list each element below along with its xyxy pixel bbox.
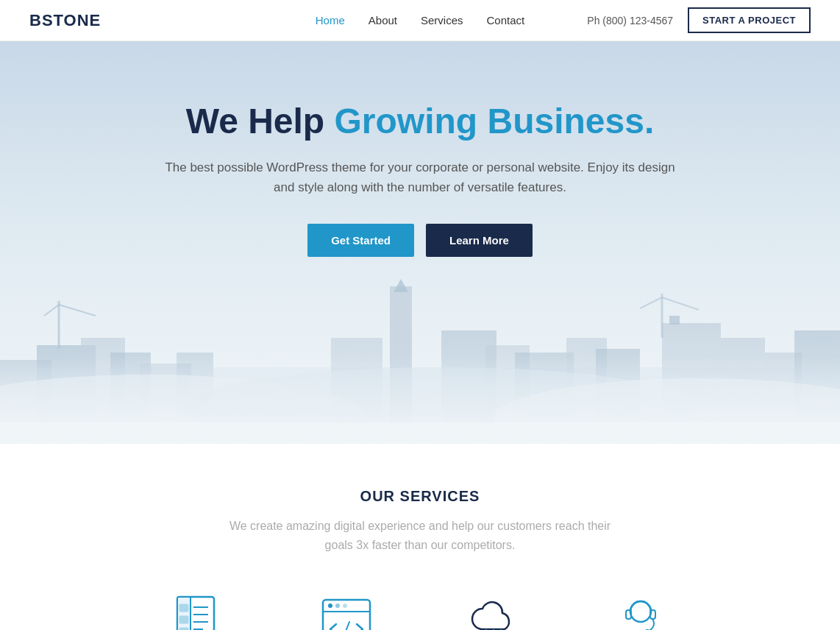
fog-layer xyxy=(0,355,840,444)
services-subtitle: We create amazing digital experience and… xyxy=(229,517,611,554)
get-started-button[interactable]: Get Started xyxy=(307,224,414,257)
nav-services[interactable]: Services xyxy=(421,14,463,26)
hero-title: We Help Growing Business. xyxy=(155,100,685,143)
hero-title-highlight: Growing Business. xyxy=(335,102,655,141)
learn-more-button[interactable]: Learn More xyxy=(426,224,533,257)
svg-point-42 xyxy=(335,604,340,608)
service-item-cloud xyxy=(449,591,538,630)
hero-buttons: Get Started Learn More xyxy=(155,224,685,257)
service-item-development xyxy=(302,591,391,630)
hero-subtitle: The best possible WordPress theme for yo… xyxy=(155,158,685,197)
nav-about[interactable]: About xyxy=(369,14,397,26)
services-icons xyxy=(29,591,811,630)
nav-home[interactable]: Home xyxy=(316,14,345,26)
services-section: OUR SERVICES We create amazing digital e… xyxy=(0,444,840,630)
svg-line-13 xyxy=(44,305,59,316)
svg-point-41 xyxy=(328,604,332,608)
svg-line-23 xyxy=(662,297,699,310)
support-icon xyxy=(611,591,670,630)
svg-rect-1 xyxy=(669,316,680,325)
navbar: BSTONE Home About Services Contact Ph (8… xyxy=(0,0,840,41)
nav-phone: Ph (800) 123-4567 xyxy=(587,15,673,26)
cloud-icon xyxy=(464,591,523,630)
service-item-support xyxy=(597,591,685,630)
logo: BSTONE xyxy=(29,11,101,30)
hero-section: We Help Growing Business. The best possi… xyxy=(0,41,840,444)
nav-contact[interactable]: Contact xyxy=(487,14,525,26)
svg-rect-36 xyxy=(179,604,188,612)
start-project-button[interactable]: START A PROJECT xyxy=(688,7,811,33)
nav-links: Home About Services Contact xyxy=(316,14,524,27)
svg-line-44 xyxy=(344,622,349,630)
svg-point-43 xyxy=(343,604,347,608)
service-item-content xyxy=(155,591,243,630)
svg-line-24 xyxy=(640,297,662,308)
svg-line-12 xyxy=(59,305,96,316)
hero-text-block: We Help Growing Business. The best possi… xyxy=(155,100,685,286)
nav-right: Ph (800) 123-4567 START A PROJECT xyxy=(587,7,811,33)
code-icon xyxy=(317,591,376,630)
svg-rect-37 xyxy=(179,616,188,623)
content-icon xyxy=(170,591,229,630)
hero-title-plain: We Help xyxy=(186,102,335,141)
svg-rect-31 xyxy=(177,597,191,630)
services-title: OUR SERVICES xyxy=(29,488,811,505)
